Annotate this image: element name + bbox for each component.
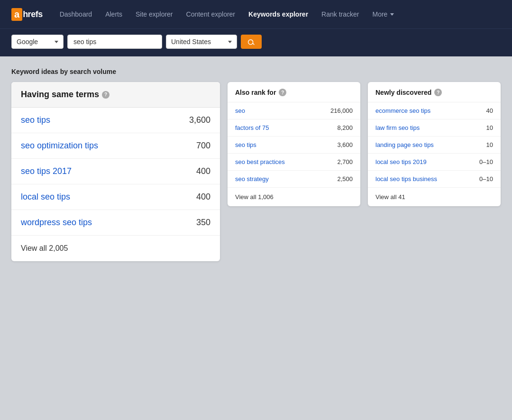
info-icon[interactable]: ? <box>102 91 110 99</box>
country-label: United States <box>171 38 211 46</box>
left-panel-title: Having same terms <box>21 90 99 100</box>
chevron-down-icon <box>390 13 394 16</box>
keyword-link-5[interactable]: wordpress seo tips <box>21 218 92 228</box>
also-vol-3: 3,600 <box>337 141 353 148</box>
keyword-volume-2: 700 <box>196 141 210 151</box>
logo[interactable]: a hrefs <box>11 8 43 21</box>
engine-chevron-icon <box>55 41 58 43</box>
new-link-5[interactable]: local seo tips business <box>375 175 437 183</box>
right-panels: Also rank for ? seo 216,000 factors of 7… <box>228 82 501 206</box>
new-vol-2: 10 <box>486 124 493 131</box>
nav-keywords-explorer[interactable]: Keywords explorer <box>243 7 314 22</box>
engine-label: Google <box>17 38 38 46</box>
keyword-row-3[interactable]: seo tips 2017 400 <box>11 159 220 184</box>
keyword-link-2[interactable]: seo optimization tips <box>21 141 98 151</box>
keyword-link-3[interactable]: seo tips 2017 <box>21 166 72 176</box>
also-link-4[interactable]: seo best practices <box>235 158 285 165</box>
logo-a-icon: a <box>11 8 22 21</box>
main-content: Keyword ideas by search volume Having sa… <box>0 56 512 420</box>
also-row-4[interactable]: seo best practices 2,700 <box>228 154 360 171</box>
also-vol-2: 8,200 <box>337 124 353 131</box>
new-row-4[interactable]: local seo tips 2019 0–10 <box>368 154 501 171</box>
also-row-2[interactable]: factors of 75 8,200 <box>228 119 360 137</box>
also-rank-info-icon[interactable]: ? <box>279 89 286 96</box>
left-panel: Having same terms ? seo tips 3,600 seo o… <box>11 82 220 261</box>
nav-dashboard[interactable]: Dashboard <box>54 7 98 22</box>
navbar: a hrefs Dashboard Alerts Site explorer C… <box>0 0 512 28</box>
nav-content-explorer[interactable]: Content explorer <box>181 7 241 22</box>
search-icon <box>247 38 255 46</box>
keyword-row-1[interactable]: seo tips 3,600 <box>11 108 220 133</box>
keyword-row-4[interactable]: local seo tips 400 <box>11 184 220 210</box>
new-link-3[interactable]: landing page seo tips <box>375 141 434 148</box>
also-vol-5: 2,500 <box>337 175 353 183</box>
also-vol-4: 2,700 <box>337 158 353 165</box>
keyword-volume-1: 3,600 <box>189 115 210 125</box>
logo-text: hrefs <box>23 9 43 19</box>
keyword-volume-4: 400 <box>196 192 210 202</box>
keyword-row-5[interactable]: wordpress seo tips 350 <box>11 210 220 236</box>
country-dropdown[interactable]: United States <box>166 35 237 49</box>
new-vol-4: 0–10 <box>479 158 493 165</box>
keyword-volume-3: 400 <box>196 166 210 176</box>
also-rank-for-panel: Also rank for ? seo 216,000 factors of 7… <box>228 82 360 206</box>
new-row-5[interactable]: local seo tips business 0–10 <box>368 171 501 188</box>
also-link-3[interactable]: seo tips <box>235 141 256 148</box>
newly-view-all[interactable]: View all 41 <box>368 188 501 206</box>
newly-disc-info-icon[interactable]: ? <box>434 89 442 96</box>
left-panel-header: Having same terms ? <box>11 82 220 108</box>
new-link-2[interactable]: law firm seo tips <box>375 124 420 131</box>
country-chevron-icon <box>228 41 232 43</box>
also-link-5[interactable]: seo strategy <box>235 175 269 183</box>
panels-wrapper: Having same terms ? seo tips 3,600 seo o… <box>11 82 501 261</box>
also-vol-1: 216,000 <box>330 107 353 114</box>
section-title: Keyword ideas by search volume <box>11 68 501 75</box>
keyword-row-2[interactable]: seo optimization tips 700 <box>11 133 220 159</box>
new-vol-1: 40 <box>486 107 493 114</box>
new-link-1[interactable]: ecommerce seo tips <box>375 107 430 114</box>
also-link-1[interactable]: seo <box>235 107 245 114</box>
keyword-link-4[interactable]: local seo tips <box>21 192 70 202</box>
also-rank-for-title: Also rank for <box>235 89 276 96</box>
engine-dropdown[interactable]: Google <box>11 35 64 49</box>
new-link-4[interactable]: local seo tips 2019 <box>375 158 427 165</box>
search-bar: Google United States <box>0 28 512 56</box>
also-rank-for-header: Also rank for ? <box>228 82 360 102</box>
also-row-5[interactable]: seo strategy 2,500 <box>228 171 360 188</box>
also-view-all[interactable]: View all 1,006 <box>228 188 360 206</box>
new-row-1[interactable]: ecommerce seo tips 40 <box>368 102 501 119</box>
also-row-1[interactable]: seo 216,000 <box>228 102 360 119</box>
nav-more[interactable]: More <box>366 7 400 22</box>
also-link-2[interactable]: factors of 75 <box>235 124 269 131</box>
new-vol-5: 0–10 <box>479 175 493 183</box>
new-row-3[interactable]: landing page seo tips 10 <box>368 137 501 154</box>
keyword-volume-5: 350 <box>196 218 210 228</box>
new-row-2[interactable]: law firm seo tips 10 <box>368 119 501 137</box>
nav-rank-tracker[interactable]: Rank tracker <box>316 7 365 22</box>
keyword-link-1[interactable]: seo tips <box>21 115 50 125</box>
search-button[interactable] <box>241 35 262 49</box>
newly-discovered-panel: Newly discovered ? ecommerce seo tips 40… <box>368 82 501 206</box>
left-panel-view-all[interactable]: View all 2,005 <box>11 236 220 261</box>
nav-site-explorer[interactable]: Site explorer <box>130 7 179 22</box>
newly-discovered-header: Newly discovered ? <box>368 82 501 102</box>
keyword-input[interactable] <box>67 35 162 49</box>
nav-alerts[interactable]: Alerts <box>100 7 128 22</box>
also-row-3[interactable]: seo tips 3,600 <box>228 137 360 154</box>
newly-discovered-title: Newly discovered <box>375 89 431 96</box>
new-vol-3: 10 <box>486 141 493 148</box>
